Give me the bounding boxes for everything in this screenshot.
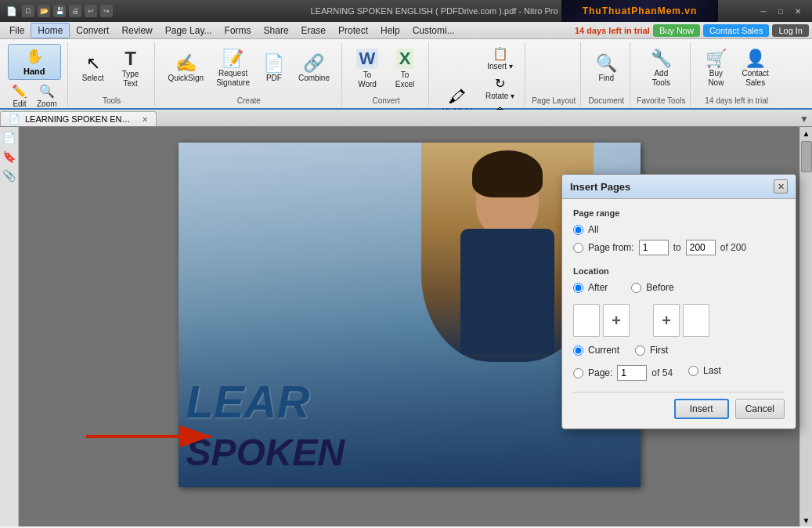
- menu-review[interactable]: Review: [115, 24, 158, 38]
- title-bar-left: 📄 🗋 📂 💾 🖨 ↩ ↪: [6, 5, 113, 17]
- maximize-button[interactable]: □: [773, 5, 789, 17]
- menu-convert[interactable]: Convert: [70, 24, 115, 38]
- after-radio-row: After: [573, 282, 608, 293]
- menu-file[interactable]: File: [3, 24, 31, 38]
- quicksign-button[interactable]: ✍ QuickSign: [163, 51, 210, 87]
- insert-button[interactable]: 📋 Insert ▾: [482, 44, 518, 73]
- location-title: Location: [573, 266, 785, 276]
- contact-sales-ribbon-button[interactable]: 👤 ContactSales: [736, 46, 774, 92]
- to-excel-icon: X: [396, 49, 414, 69]
- page-from-input[interactable]: [639, 240, 669, 255]
- tab-scroll-button[interactable]: ▼: [799, 114, 809, 125]
- ribbon-group-convert: W ToWord X ToExcel Convert: [344, 42, 429, 107]
- save-icon[interactable]: 💾: [53, 5, 66, 17]
- ribbon-group-page-layout: Page Layout: [527, 42, 581, 107]
- dialog-body: Page range All Page from: to of 200: [562, 199, 796, 429]
- menu-erase[interactable]: Erase: [295, 24, 332, 38]
- to-excel-button[interactable]: X ToExcel: [388, 45, 422, 93]
- page-layout-items: [552, 42, 555, 95]
- page-radio-row: Page: of 54: [573, 365, 673, 381]
- ribbon-group-create: ✍ QuickSign 📝 RequestSignature 📄 PDF 🔗 C…: [157, 42, 342, 107]
- menu-share[interactable]: Share: [258, 24, 295, 38]
- app-icon: 📄: [6, 6, 17, 16]
- page-number-input[interactable]: [617, 365, 647, 381]
- request-sig-button[interactable]: 📝 RequestSignature: [211, 46, 255, 92]
- scroll-down-button[interactable]: ▼: [800, 514, 812, 526]
- all-label: All: [588, 224, 598, 235]
- type-text-button[interactable]: T TypeText: [114, 45, 148, 92]
- ribbon: ✋ Hand ✏️ Edit 🔍 Zoom To: [0, 39, 812, 110]
- menu-protect[interactable]: Protect: [332, 24, 374, 38]
- to-word-button[interactable]: W ToWord: [350, 45, 384, 93]
- buy-now-button[interactable]: Buy Now: [653, 24, 700, 37]
- fav-tools-items: 🔧 AddTools: [642, 42, 680, 95]
- create-items: ✍ QuickSign 📝 RequestSignature 📄 PDF 🔗 C…: [161, 42, 337, 95]
- select-label: Select: [82, 74, 104, 83]
- sidebar-bookmarks-icon[interactable]: 🔖: [1, 149, 17, 165]
- current-radio[interactable]: [573, 345, 583, 356]
- menu-home[interactable]: Home: [31, 23, 70, 38]
- document-items: 🔍 Find: [587, 42, 625, 95]
- buy-now-icon: 🛒: [706, 50, 727, 67]
- zoom-button[interactable]: 🔍 Zoom: [33, 81, 61, 110]
- to-word-icon: W: [356, 49, 379, 69]
- hand-group-items: ✋ Hand ✏️ Edit 🔍 Zoom: [6, 42, 63, 112]
- menu-help[interactable]: Help: [374, 24, 406, 38]
- edit-button[interactable]: ✏️ Edit: [8, 81, 31, 110]
- print-icon[interactable]: 🖨: [69, 5, 81, 17]
- ribbon-group-document: 🔍 Find Document: [583, 42, 630, 107]
- document-tab[interactable]: 📄 LEARNING SPOKEN ENGLISH ( PDFDriv... ✕: [0, 111, 157, 126]
- open-icon[interactable]: 📂: [38, 5, 50, 17]
- redo-icon[interactable]: ↪: [100, 5, 113, 17]
- rotate-button[interactable]: ↻ Rotate ▾: [482, 74, 518, 103]
- page-of-label: of 200: [720, 242, 746, 253]
- menu-forms[interactable]: Forms: [218, 24, 258, 38]
- scroll-up-button[interactable]: ▲: [800, 127, 812, 139]
- dialog-close-button[interactable]: ✕: [774, 179, 788, 193]
- trial-group-label: 14 days left in trial: [705, 95, 768, 107]
- tab-bar: 📄 LEARNING SPOKEN ENGLISH ( PDFDriv... ✕…: [0, 110, 812, 127]
- minimize-button[interactable]: ─: [756, 5, 771, 17]
- tools-label: Tools: [103, 95, 121, 107]
- combine-button[interactable]: 🔗 Combine: [293, 51, 335, 87]
- before-icon-page1: +: [653, 304, 680, 337]
- first-radio[interactable]: [635, 345, 645, 356]
- page-range-title: Page range: [573, 208, 785, 218]
- dialog-buttons: Insert Cancel: [573, 392, 785, 419]
- sidebar-attachments-icon[interactable]: 📎: [1, 168, 17, 183]
- buy-now-ribbon-button[interactable]: 🛒 BuyNow: [698, 46, 733, 92]
- menu-page-layout[interactable]: Page Lay...: [159, 24, 218, 38]
- pdf-button[interactable]: 📄 PDF: [257, 51, 291, 87]
- quicksign-icon: ✍: [175, 55, 197, 72]
- last-radio[interactable]: [688, 366, 698, 376]
- page-radio[interactable]: [573, 368, 583, 378]
- zoom-icon: 🔍: [39, 84, 55, 99]
- undo-icon[interactable]: ↩: [85, 5, 97, 17]
- after-radio[interactable]: [573, 283, 583, 293]
- scroll-thumb[interactable]: [801, 141, 812, 172]
- scroll-track: [800, 139, 812, 514]
- all-radio[interactable]: [573, 225, 583, 235]
- page-to-input[interactable]: [686, 240, 716, 255]
- before-radio[interactable]: [631, 283, 641, 293]
- to-word-label: ToWord: [358, 71, 377, 89]
- first-label: First: [650, 345, 668, 356]
- insert-button[interactable]: Insert: [674, 399, 729, 419]
- cancel-button[interactable]: Cancel: [735, 399, 785, 419]
- menu-customize[interactable]: Customi...: [406, 24, 461, 38]
- page-range-section: Page range All Page from: to of 200: [573, 208, 785, 255]
- sidebar-pages-icon[interactable]: 📄: [1, 130, 17, 146]
- login-button[interactable]: Log In: [772, 24, 809, 37]
- hand-button[interactable]: ✋ Hand: [8, 44, 61, 80]
- left-sidebar: 📄 🔖 📎: [0, 127, 19, 526]
- page-from-radio[interactable]: [573, 243, 583, 253]
- before-icon-page2: [683, 304, 709, 337]
- doc-tab-close-button[interactable]: ✕: [142, 115, 148, 124]
- find-button[interactable]: 🔍 Find: [589, 51, 623, 87]
- select-button[interactable]: ↖ Select: [76, 51, 110, 87]
- contact-sales-button[interactable]: Contact Sales: [703, 24, 769, 37]
- add-tools-button[interactable]: 🔧 AddTools: [644, 46, 678, 92]
- doc-tab-icon: 📄: [9, 114, 20, 125]
- new-icon[interactable]: 🗋: [22, 5, 34, 17]
- close-button[interactable]: ✕: [790, 5, 806, 17]
